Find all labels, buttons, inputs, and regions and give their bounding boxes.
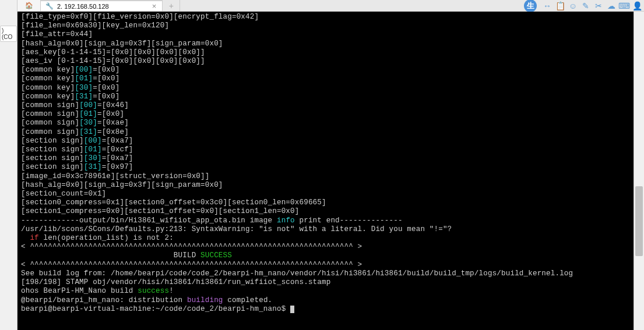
clipboard-icon[interactable]: 📋 (555, 1, 565, 10)
terminal-line: < ^^^^^^^^^^^^^^^^^^^^^^^^^^^^^^^^^^^^^^… (21, 243, 630, 251)
close-icon[interactable]: × (151, 2, 158, 10)
tab-label: 2. 192.168.50.128 (57, 3, 109, 10)
terminal-line: [198/198] STAMP obj/vendor/hisi/hi3861/h… (21, 278, 630, 287)
terminal-line: [file_len=0x69a30][key_len=0x120] (21, 22, 630, 30)
tab-new[interactable]: + (163, 0, 180, 11)
terminal-line: BUILD SUCCESS (21, 251, 630, 260)
terminal-icon: 🔧 (45, 2, 54, 10)
terminal-line: [hash_alg=0x0][sign_alg=0x3f][sign_param… (21, 40, 630, 48)
terminal-line: [file_attr=0x44] (21, 30, 630, 39)
terminal-line: @bearpi/bearpi_hm_nano: distribution bui… (21, 296, 630, 305)
terminal-line: [common sign][00]=[0x46] (21, 101, 630, 110)
keyboard-icon[interactable]: ⌨ (620, 1, 629, 10)
user-icon[interactable]: 👤 (632, 1, 642, 10)
terminal-line: -------------output/bin/Hi3861_wifiiot_a… (21, 217, 630, 225)
scissors-icon[interactable]: ✂ (594, 1, 603, 10)
terminal-line: [section1_compress=0x0][section1_offset=… (21, 207, 630, 216)
terminal-line: [section sign][31]=[0x97] (21, 163, 630, 172)
terminal-line: [file_type=0xf0][file_version=0x0][encry… (21, 13, 630, 22)
home-icon: 🏠 (25, 2, 33, 10)
round-badge-icon[interactable]: 生 (524, 0, 537, 12)
cloud-icon[interactable]: ☁ (607, 1, 616, 10)
left-sidebar: ) (CO (0, 0, 17, 330)
left-badge: ) (CO (0, 26, 17, 42)
terminal-line: bearpi@bearpi-virtual-machine:~/code/cod… (21, 305, 630, 314)
terminal-cursor (290, 306, 294, 313)
tab-home[interactable]: 🏠 (17, 0, 41, 11)
scrollbar[interactable] (634, 12, 644, 330)
terminal-line: [section_count=0x1] (21, 190, 630, 198)
terminal-line: [aes_key[0-1-14-15]=[0x0][0x0][0x0][0x0]… (21, 48, 630, 57)
scrollbar-thumb[interactable] (635, 186, 643, 256)
terminal-line: /usr/lib/scons/SCons/Defaults.py:213: Sy… (21, 225, 630, 234)
terminal-line: [section sign][00]=[0xa7] (21, 137, 630, 146)
face-icon[interactable]: ☺ (568, 1, 578, 10)
terminal-line: [common key][31]=[0x0] (21, 93, 630, 101)
terminal-line: [common sign][30]=[0xae] (21, 119, 630, 127)
terminal-line: See build log from: /home/bearpi/code/co… (21, 269, 630, 278)
resize-icon[interactable]: ↔ (543, 1, 552, 10)
terminal-line: [common sign][01]=[0x0] (21, 110, 630, 119)
terminal-line: [common key][00]=[0x0] (21, 66, 630, 74)
terminal-line: [aes_iv [0-1-14-15]=[0x0][0x0][0x0][0x0]… (21, 57, 630, 66)
terminal-output[interactable]: [file_type=0xf0][file_version=0x0][encry… (17, 12, 634, 330)
terminal-line: [common key][01]=[0x0] (21, 74, 630, 83)
terminal-line: [section0_compress=0x1][section0_offset=… (21, 198, 630, 207)
plus-icon: + (169, 1, 174, 10)
edit-icon[interactable]: ✎ (581, 1, 590, 10)
terminal-line: < ^^^^^^^^^^^^^^^^^^^^^^^^^^^^^^^^^^^^^^… (21, 261, 630, 269)
terminal-line: [image_id=0x3c78961e][struct_version=0x0… (21, 172, 630, 181)
terminal-line: [section sign][01]=[0xcf] (21, 146, 630, 154)
tab-session-active[interactable]: 🔧 2. 192.168.50.128 × (41, 0, 163, 11)
terminal-line: [section sign][30]=[0xa7] (21, 154, 630, 163)
terminal-line: [common sign][31]=[0x8e] (21, 128, 630, 137)
terminal-line: if len(operation_list) is not 2: (21, 234, 630, 243)
terminal-line: [hash_alg=0x0][sign_alg=0x3f][sign_param… (21, 181, 630, 190)
terminal-line: ohos BearPi-HM_Nano build success! (21, 287, 630, 296)
top-right-toolbar: 生 ↔ 📋 ☺ ✎ ✂ ☁ ⌨ 👤 (524, 0, 642, 12)
terminal-line: [common key][30]=[0x0] (21, 84, 630, 93)
